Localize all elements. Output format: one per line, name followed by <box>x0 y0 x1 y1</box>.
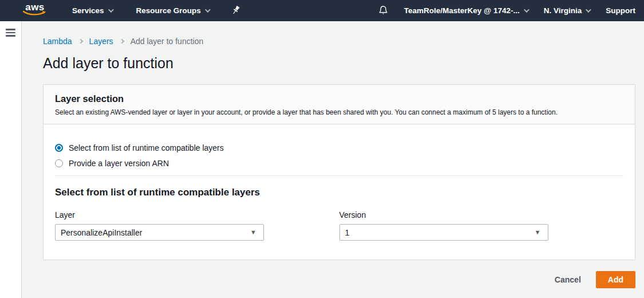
chevron-right-icon <box>78 39 82 44</box>
breadcrumb-current: Add layer to function <box>131 37 204 46</box>
chevron-right-icon <box>119 39 124 44</box>
hamburger-menu-icon[interactable] <box>6 29 15 37</box>
chevron-down-icon <box>524 7 530 13</box>
resource-groups-menu[interactable]: Resource Groups <box>136 6 209 15</box>
breadcrumb-layers-link[interactable]: Layers <box>89 37 113 46</box>
region-menu[interactable]: N. Virginia <box>544 6 590 15</box>
layer-source-radio-group: Select from list of runtime compatible l… <box>55 124 623 168</box>
chevron-down-icon <box>205 7 211 13</box>
aws-logo-smile-icon <box>23 9 47 19</box>
left-rail <box>0 21 22 298</box>
dropdown-triangle-icon: ▼ <box>535 229 541 236</box>
layer-field-label: Layer <box>55 210 339 219</box>
radio-selected-icon <box>55 144 63 152</box>
dropdown-triangle-icon: ▼ <box>250 229 256 236</box>
main-content: Lambda Layers Add layer to function Add … <box>22 21 644 298</box>
layer-select[interactable]: PersonalizeApiInstaller ▼ <box>55 224 264 241</box>
aws-logo[interactable]: aws <box>22 2 48 19</box>
radio-layer-version-arn[interactable]: Provide a layer version ARN <box>55 159 623 168</box>
card-description: Select an existing AWS-vended layer or l… <box>55 108 623 116</box>
card-header: Layer selection Select an existing AWS-v… <box>44 85 635 124</box>
version-select-value: 1 <box>345 228 350 237</box>
breadcrumb: Lambda Layers Add layer to function <box>43 37 635 46</box>
top-navigation-bar: aws Services Resource Groups <box>0 0 644 21</box>
add-button[interactable]: Add <box>596 271 635 288</box>
radio-runtime-compatible-layers[interactable]: Select from list of runtime compatible l… <box>55 143 623 152</box>
notifications-bell-icon[interactable] <box>378 5 388 16</box>
services-menu[interactable]: Services <box>72 6 112 15</box>
radio-unselected-icon <box>55 159 63 167</box>
runtime-layers-section-title: Select from list of runtime compatible l… <box>55 187 623 198</box>
cancel-button[interactable]: Cancel <box>555 275 581 284</box>
chevron-down-icon <box>586 7 591 13</box>
chevron-down-icon <box>108 7 114 13</box>
pin-icon[interactable] <box>232 6 240 15</box>
layer-select-value: PersonalizeApiInstaller <box>61 228 142 237</box>
section-divider <box>55 175 623 176</box>
layer-version-form: Layer PersonalizeApiInstaller ▼ Version … <box>55 210 623 260</box>
page-title: Add layer to function <box>43 55 635 72</box>
layer-selection-card: Layer selection Select an existing AWS-v… <box>43 84 635 260</box>
breadcrumb-lambda-link[interactable]: Lambda <box>43 37 72 46</box>
version-select[interactable]: 1 ▼ <box>339 224 548 241</box>
card-title: Layer selection <box>55 93 623 104</box>
account-menu[interactable]: TeamRole/MasterKey @ 1742-... <box>404 6 528 15</box>
version-field-label: Version <box>339 210 624 219</box>
support-menu[interactable]: Support <box>606 6 635 15</box>
footer-actions: Cancel Add <box>43 271 635 288</box>
